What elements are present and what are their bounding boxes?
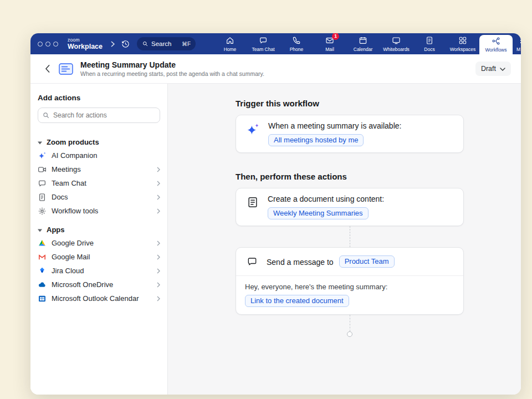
create-document-content: Create a document using content: Weekly …	[268, 193, 384, 219]
ai-sparkle-icon	[38, 151, 47, 160]
add-step-node[interactable]	[347, 331, 352, 337]
section-label: Apps	[47, 226, 65, 234]
chevron-right-icon	[157, 181, 160, 186]
sidebar-title: Add actions	[38, 94, 160, 102]
nav-item-whiteboards[interactable]: Whiteboards	[380, 33, 413, 54]
nav-item-workflows[interactable]: Workflows	[479, 35, 513, 54]
chevron-right-icon	[157, 268, 160, 274]
section-header-zoom-products[interactable]: Zoom products	[38, 135, 160, 149]
chevron-right-icon	[157, 195, 160, 200]
mail-badge: 1	[332, 33, 339, 40]
create-document-card[interactable]: Create a document using content: Weekly …	[236, 188, 464, 226]
sidebar-item-jira-cloud[interactable]: Jira Cloud	[30, 264, 167, 278]
send-message-text: Send a message to	[267, 257, 334, 267]
connector-line	[350, 226, 350, 247]
nav-item-mail[interactable]: 1Mail	[313, 33, 346, 54]
nav-item-calendar[interactable]: Calendar	[346, 33, 380, 54]
sidebar-item-label: Meetings	[52, 165, 81, 173]
workflow-title: Meeting Summary Update	[80, 60, 264, 69]
nav-item-workspaces[interactable]: Workspaces	[446, 33, 479, 54]
sidebar-item-google-drive[interactable]: Google Drive	[30, 236, 167, 250]
outlook-calendar-icon	[38, 294, 47, 303]
home-icon	[226, 36, 234, 45]
calendar-icon	[359, 36, 367, 45]
workflows-icon	[492, 37, 500, 45]
back-button[interactable]	[43, 65, 52, 73]
history-icon[interactable]	[121, 39, 130, 49]
trigger-scope-pill[interactable]: All meetings hosted by me	[268, 134, 364, 146]
workflow-canvas: Trigger this workflow When a meeting sum…	[168, 84, 521, 395]
triangle-down-icon	[38, 138, 42, 146]
message-recipient-pill[interactable]: Product Team	[339, 255, 395, 268]
nav-item-team-chat[interactable]: Team Chat	[247, 33, 280, 54]
sidebar-item-microsoft-onedrive[interactable]: Microsoft OneDrive	[30, 278, 167, 291]
mail-icon: 1	[325, 36, 334, 45]
sidebar-item-workflow-tools[interactable]: Workflow tools	[30, 204, 167, 218]
workflow-subtitle: When a recurring meeting starts, post th…	[80, 70, 264, 77]
sidebar-item-google-mail[interactable]: Google Mail	[30, 250, 167, 264]
window-maximize-button[interactable]	[53, 42, 58, 47]
sidebar-item-label: Google Drive	[52, 239, 94, 247]
jira-icon	[38, 267, 47, 275]
workspaces-icon	[458, 36, 467, 45]
sidebar-item-label: Microsoft OneDrive	[52, 280, 113, 289]
status-dropdown[interactable]: Draft	[475, 62, 511, 76]
nav-item-docs[interactable]: Docs	[413, 33, 446, 54]
global-search-button[interactable]: Search ⌘F	[137, 37, 196, 50]
ai-sparkle-icon	[245, 122, 260, 137]
sidebar-sections: Zoom productsAI CompanionMeetingsTeam Ch…	[30, 135, 167, 305]
sidebar-item-label: Jira Cloud	[52, 267, 84, 275]
document-link-pill[interactable]: Link to the created document	[245, 295, 349, 307]
workflow-header: Meeting Summary Update When a recurring …	[30, 54, 521, 84]
sidebar-item-label: Google Mail	[52, 253, 90, 261]
sidebar-section-zoom-products: Zoom productsAI CompanionMeetingsTeam Ch…	[30, 135, 167, 218]
nav-item-label: Calendar	[354, 47, 373, 52]
sidebar-item-label: Team Chat	[52, 179, 86, 187]
window-close-button[interactable]	[38, 42, 43, 47]
trigger-card[interactable]: When a meeting summary is available: All…	[236, 115, 464, 153]
zoom-workplace-logo: zoom Workplace	[68, 38, 103, 50]
sidebar-item-meetings[interactable]: Meetings	[30, 162, 167, 176]
section-header-apps[interactable]: Apps	[38, 223, 160, 236]
nav-item-home[interactable]: Home	[213, 33, 247, 54]
chevron-right-icon[interactable]	[111, 41, 115, 47]
send-message-card[interactable]: Send a message to Product Team Hey, ever…	[236, 247, 464, 315]
search-icon	[142, 40, 149, 47]
sidebar-item-docs[interactable]: Docs	[30, 190, 167, 204]
actions-search-input[interactable]	[38, 108, 160, 123]
window-minimize-button[interactable]	[45, 42, 50, 47]
chevron-right-icon	[157, 167, 160, 172]
nav-item-label: Docs	[424, 47, 434, 52]
chevron-right-icon	[157, 208, 160, 214]
create-document-text: Create a document using content:	[268, 193, 384, 204]
whiteboard-icon	[392, 36, 401, 45]
meetings-icon	[38, 165, 47, 174]
nav-item-m[interactable]: M	[513, 33, 521, 54]
workflow-titles: Meeting Summary Update When a recurring …	[80, 60, 264, 77]
sidebar-item-microsoft-outlook-calendar[interactable]: Microsoft Outlook Calendar	[30, 291, 167, 305]
message-body: Hey, everyone, here's the meeting summar…	[236, 276, 463, 314]
nav-item-label: Workspaces	[450, 47, 476, 52]
more-icon	[516, 36, 521, 45]
sidebar-item-label: Workflow tools	[52, 207, 98, 215]
sidebar-item-team-chat[interactable]: Team Chat	[30, 176, 167, 190]
document-icon	[247, 196, 259, 208]
send-message-row: Send a message to Product Team	[236, 248, 463, 276]
nav-item-label: M	[516, 47, 520, 52]
team-chat-icon	[259, 36, 268, 45]
status-label: Draft	[481, 65, 496, 73]
actions-search	[38, 108, 160, 123]
nav-item-phone[interactable]: Phone	[280, 33, 313, 54]
chevron-down-icon	[500, 65, 505, 73]
chevron-right-icon	[157, 254, 160, 260]
brand-zoom: zoom	[68, 38, 103, 43]
phone-icon	[292, 36, 301, 45]
workflow-summary-icon	[59, 63, 74, 75]
sidebar-item-ai-companion[interactable]: AI Companion	[30, 149, 167, 162]
google-mail-icon	[38, 253, 47, 262]
document-content-pill[interactable]: Weekly Meeting Summaries	[268, 207, 369, 219]
search-shortcut: ⌘F	[182, 41, 191, 47]
connector-line-end	[350, 315, 350, 331]
nav-item-label: Team Chat	[252, 47, 274, 52]
nav-item-label: Home	[224, 47, 237, 52]
